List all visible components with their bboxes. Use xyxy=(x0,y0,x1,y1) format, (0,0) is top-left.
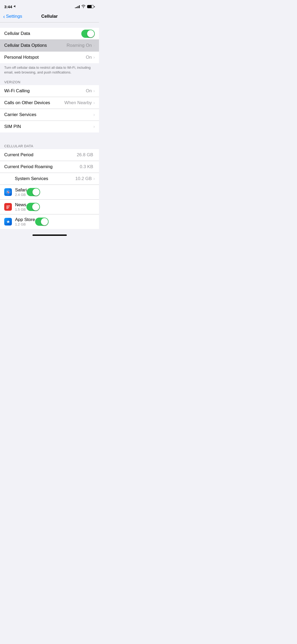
svg-rect-6 xyxy=(6,207,9,207)
carrier-services-chevron: › xyxy=(93,112,95,117)
news-label: News xyxy=(15,202,26,208)
safari-size: 2.4 GB xyxy=(15,193,27,197)
cellular-data-section-header: CELLULAR DATA xyxy=(0,142,99,149)
personal-hotspot-value: On xyxy=(86,55,92,60)
page-title: Cellular xyxy=(41,14,58,19)
signal-strength-icon xyxy=(75,5,80,8)
verizon-section: Wi-Fi Calling On › Calls on Other Device… xyxy=(0,85,99,132)
current-period-row: Current Period 26.8 GB xyxy=(0,149,99,161)
calls-on-other-devices-row[interactable]: Calls on Other Devices When Nearby › xyxy=(0,97,99,109)
personal-hotspot-chevron: › xyxy=(93,55,95,60)
news-row[interactable]: News 1.5 GB xyxy=(0,200,99,214)
news-toggle[interactable] xyxy=(26,203,40,211)
battery-icon xyxy=(87,5,95,8)
appstore-label: App Store xyxy=(15,217,35,222)
news-info: News 1.5 GB xyxy=(15,200,26,214)
cellular-data-toggle[interactable] xyxy=(81,30,95,38)
cellular-data-options-chevron: › xyxy=(93,43,95,48)
carrier-services-row[interactable]: Carrier Services › xyxy=(0,109,99,121)
appstore-toggle[interactable] xyxy=(35,218,49,226)
toggle-thumb xyxy=(87,30,94,37)
status-time: 3:44 xyxy=(4,4,16,9)
personal-hotspot-row[interactable]: Personal Hotspot On › xyxy=(0,52,99,63)
current-period-roaming-row: Current Period Roaming 0.3 KB xyxy=(0,161,99,173)
cellular-data-row[interactable]: Cellular Data xyxy=(0,28,99,40)
system-services-label: System Services xyxy=(15,173,75,185)
sim-pin-chevron: › xyxy=(93,124,95,129)
safari-label: Safari xyxy=(15,187,27,193)
wifi-calling-row[interactable]: Wi-Fi Calling On › xyxy=(0,85,99,97)
sim-pin-row[interactable]: SIM PIN › xyxy=(0,121,99,132)
calls-on-other-devices-value: When Nearby xyxy=(64,100,92,105)
svg-rect-8 xyxy=(6,208,8,209)
appstore-row[interactable]: App Store 1.2 GB xyxy=(0,214,99,229)
cellular-data-label: Cellular Data xyxy=(4,28,81,39)
appstore-info: App Store 1.2 GB xyxy=(15,214,35,229)
svg-rect-7 xyxy=(6,208,9,208)
current-period-label: Current Period xyxy=(4,149,77,161)
home-bar xyxy=(0,229,99,238)
back-button[interactable]: ‹ Settings xyxy=(3,14,22,19)
carrier-services-label: Carrier Services xyxy=(4,109,93,121)
personal-hotspot-label: Personal Hotspot xyxy=(4,52,86,63)
safari-info: Safari 2.4 GB xyxy=(15,185,27,199)
location-icon xyxy=(13,5,16,8)
news-icon xyxy=(4,203,12,211)
back-chevron-icon: ‹ xyxy=(3,14,5,19)
back-label: Settings xyxy=(6,14,22,19)
system-services-row[interactable]: System Services 10.2 GB › xyxy=(0,173,99,185)
cellular-data-options-value: Roaming On xyxy=(67,43,92,48)
system-services-value: 10.2 GB xyxy=(75,176,92,181)
wifi-calling-chevron: › xyxy=(93,89,95,93)
data-usage-section: Current Period 26.8 GB Current Period Ro… xyxy=(0,149,99,229)
sim-pin-label: SIM PIN xyxy=(4,121,93,132)
wifi-icon xyxy=(81,4,86,9)
safari-toggle[interactable] xyxy=(27,188,40,196)
time-display: 3:44 xyxy=(4,4,12,9)
home-indicator xyxy=(32,234,67,236)
calls-on-other-devices-chevron: › xyxy=(93,100,95,105)
cellular-data-footer: Turn off cellular data to restrict all d… xyxy=(0,63,99,78)
verizon-section-header: VERIZON xyxy=(0,78,99,85)
svg-rect-5 xyxy=(6,206,10,206)
cellular-data-options-row[interactable]: Cellular Data Options Roaming On › xyxy=(0,40,99,52)
cellular-data-section: Cellular Data Cellular Data Options Roam… xyxy=(0,28,99,63)
appstore-icon xyxy=(4,218,12,226)
current-period-roaming-label: Current Period Roaming xyxy=(4,161,80,173)
appstore-size: 1.2 GB xyxy=(15,222,35,226)
current-period-value: 26.8 GB xyxy=(77,152,93,158)
top-spacer xyxy=(0,22,99,28)
status-icons xyxy=(75,4,95,9)
cellular-data-options-label: Cellular Data Options xyxy=(4,40,67,51)
wifi-calling-label: Wi-Fi Calling xyxy=(4,85,86,97)
safari-icon xyxy=(4,188,12,196)
safari-row[interactable]: Safari 2.4 GB xyxy=(0,185,99,200)
status-bar: 3:44 xyxy=(0,0,99,12)
system-services-chevron: › xyxy=(93,176,95,181)
news-size: 1.5 GB xyxy=(15,208,26,211)
calls-on-other-devices-label: Calls on Other Devices xyxy=(4,97,64,109)
wifi-calling-value: On xyxy=(86,88,92,94)
current-period-roaming-value: 0.3 KB xyxy=(80,164,93,169)
navigation-bar: ‹ Settings Cellular xyxy=(0,12,99,22)
cellular-data-spacer xyxy=(0,132,99,142)
